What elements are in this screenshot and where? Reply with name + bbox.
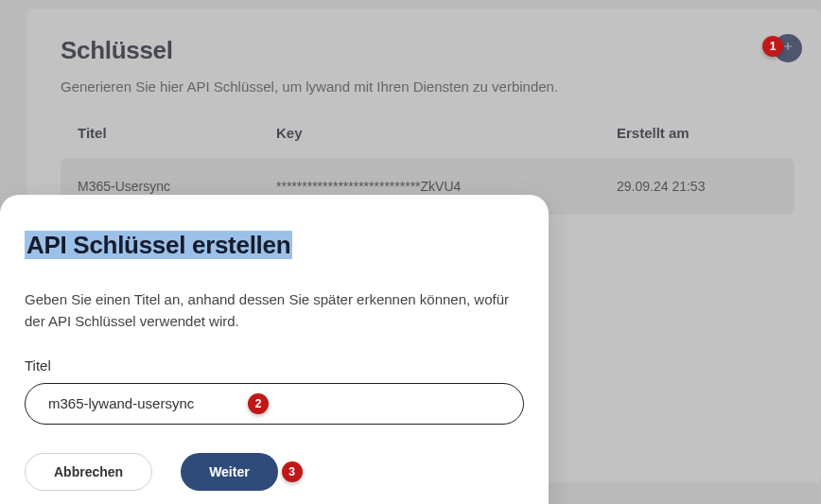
- title-input[interactable]: [25, 383, 524, 425]
- field-label: Titel: [25, 357, 524, 374]
- callout-badge-1: 1: [762, 36, 783, 57]
- modal-description: Geben Sie einen Titel an, anhand dessen …: [25, 288, 524, 333]
- create-key-modal: API Schlüssel erstellen Geben Sie einen …: [0, 195, 549, 504]
- callout-badge-2: 2: [248, 393, 269, 414]
- cancel-button[interactable]: Abbrechen: [25, 453, 152, 491]
- title-field: Titel 2: [25, 357, 524, 425]
- next-button[interactable]: Weiter: [181, 453, 278, 491]
- modal-title: API Schlüssel erstellen: [25, 231, 292, 259]
- callout-badge-3: 3: [282, 461, 303, 482]
- modal-actions: Abbrechen Weiter 3: [25, 453, 524, 491]
